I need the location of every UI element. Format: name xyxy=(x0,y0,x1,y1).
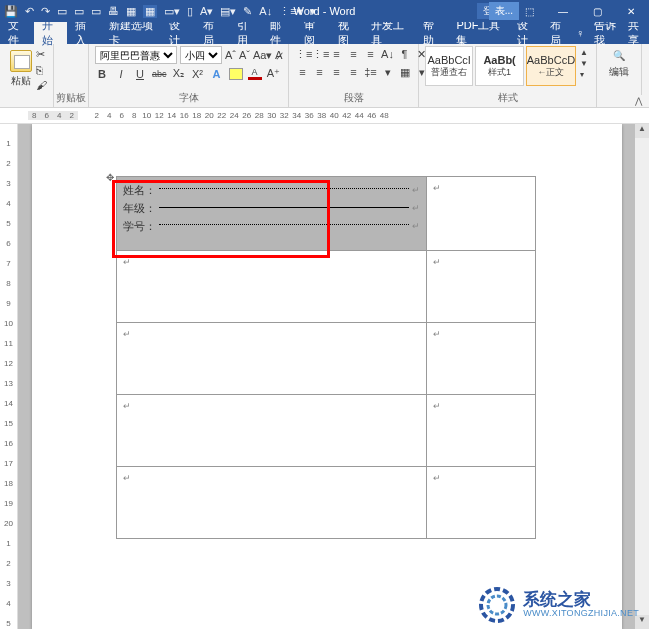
table-cell[interactable]: 姓名：↵ 年级：↵ 学号：↵ xyxy=(116,177,426,251)
paste-button[interactable]: 粘贴 xyxy=(6,46,36,105)
new-icon[interactable]: ▭ xyxy=(57,6,67,17)
find-icon[interactable]: 🔍 xyxy=(613,50,625,61)
bullets-icon[interactable]: ⋮≡ xyxy=(295,46,310,62)
page-area[interactable]: ✥ 姓名：↵ 年级：↵ 学号：↵ ↵ ↵↵ ↵↵ ↵↵ ↵↵ xyxy=(18,124,635,629)
ribbon-options-icon[interactable]: ⬚ xyxy=(515,6,543,17)
maximize-icon[interactable]: ▢ xyxy=(583,6,611,17)
borders-icon[interactable]: ▦ xyxy=(397,64,412,80)
input-line xyxy=(159,207,409,208)
tab-mailings[interactable]: 邮件 xyxy=(262,22,296,44)
a3-icon[interactable]: ✎ xyxy=(243,6,252,17)
clear-format-icon[interactable]: A̷ xyxy=(275,49,283,62)
close-icon[interactable]: ✕ xyxy=(617,6,645,17)
style-item-1[interactable]: AaBbCcI 普通查右 xyxy=(425,46,473,86)
text-effects-icon[interactable]: A xyxy=(210,68,224,80)
tab-file[interactable]: 文件 xyxy=(0,22,34,44)
tell-me-icon[interactable]: ♀ xyxy=(576,27,584,39)
sort-icon[interactable]: A↓ xyxy=(380,46,395,62)
tab-insert[interactable]: 插入 xyxy=(67,22,101,44)
a2-icon[interactable]: ▤▾ xyxy=(220,6,236,17)
paragraph-label: 段落 xyxy=(295,91,412,105)
align-center-icon[interactable]: ≡ xyxy=(312,64,327,80)
tab-table-layout[interactable]: 布局 xyxy=(542,22,576,44)
cut-icon[interactable]: ✂ xyxy=(36,48,47,61)
input-dots xyxy=(159,188,409,189)
table-cell[interactable]: ↵ xyxy=(426,395,535,467)
format-painter-icon[interactable]: 🖌 xyxy=(36,79,47,91)
justify-icon[interactable]: ≡ xyxy=(346,64,361,80)
m1-icon[interactable]: ▭▾ xyxy=(164,6,180,17)
highlight-icon[interactable] xyxy=(229,68,243,80)
scroll-up-icon[interactable]: ▲ xyxy=(635,124,649,138)
change-case-icon[interactable]: Aa▾ xyxy=(253,49,272,62)
show-marks-icon[interactable]: ¶ xyxy=(397,46,412,62)
tab-pdf[interactable]: PDF工具集 xyxy=(448,22,508,44)
preview-icon[interactable]: ▦ xyxy=(126,6,136,17)
tab-view[interactable]: 视图 xyxy=(330,22,364,44)
grow-font-icon[interactable]: Aˆ xyxy=(225,49,236,62)
tab-table-design[interactable]: 设计 xyxy=(509,22,543,44)
align-left-icon[interactable]: ≡ xyxy=(295,64,310,80)
table-cell[interactable]: ↵ xyxy=(426,467,535,539)
table-tools-tab[interactable]: 表... xyxy=(489,2,519,20)
style-item-3[interactable]: AaBbCcD ←正文 xyxy=(526,46,576,86)
save-icon[interactable]: 💾 xyxy=(4,6,18,17)
horizontal-ruler[interactable]: 8642246810121416182022242628303234363840… xyxy=(0,108,649,124)
vertical-ruler[interactable]: 1234567891011121314151617181920123456789… xyxy=(0,124,18,629)
table-anchor-icon[interactable]: ✥ xyxy=(106,172,114,183)
table-cell[interactable]: ↵ xyxy=(426,251,535,323)
collapse-ribbon-icon[interactable]: ⋀ xyxy=(632,95,645,107)
open-icon[interactable]: ▭ xyxy=(74,6,84,17)
redo-icon[interactable]: ↷ xyxy=(41,6,50,17)
styles-up-icon[interactable]: ▲ xyxy=(580,48,588,57)
a1-icon[interactable]: A▾ xyxy=(200,6,213,17)
subscript-button[interactable]: X₂ xyxy=(172,67,186,80)
table-cell[interactable]: ↵ xyxy=(426,323,535,395)
style-item-2[interactable]: AaBb( 样式1 xyxy=(475,46,523,86)
underline-button[interactable]: U xyxy=(133,68,147,80)
superscript-button[interactable]: X² xyxy=(191,68,205,80)
table-cell[interactable]: ↵ xyxy=(116,323,426,395)
clipboard-label: 剪贴板 xyxy=(56,91,86,105)
styles-down-icon[interactable]: ▼ xyxy=(580,59,588,68)
undo-icon[interactable]: ↶ xyxy=(25,6,34,17)
tab-home[interactable]: 开始 xyxy=(34,22,68,44)
tab-layout[interactable]: 布局 xyxy=(195,22,229,44)
watermark-name: 系统之家 xyxy=(523,591,639,610)
numbering-icon[interactable]: ⋮≡ xyxy=(312,46,327,62)
phonetic-icon[interactable]: A⁺ xyxy=(267,67,281,80)
font-family-select[interactable]: 阿里巴巴普惠 xyxy=(95,46,177,64)
line-spacing-icon[interactable]: ‡≡ xyxy=(363,64,378,80)
font-color-icon[interactable]: A xyxy=(248,68,262,80)
strike-button[interactable]: abc xyxy=(152,69,167,79)
ruler-icon[interactable]: A↓ xyxy=(259,6,272,17)
mode-icon[interactable]: ▦ xyxy=(143,5,157,18)
vertical-scrollbar[interactable]: ▲ ▼ xyxy=(635,124,649,629)
font-size-select[interactable]: 小四 xyxy=(180,46,222,64)
shrink-font-icon[interactable]: Aˇ xyxy=(239,49,250,62)
multilevel-icon[interactable]: ≡ xyxy=(329,46,344,62)
styles-more-icon[interactable]: ▾ xyxy=(580,70,588,79)
table-cell[interactable]: ↵ xyxy=(426,177,535,251)
print-icon[interactable]: 🖶 xyxy=(108,6,119,17)
copy-icon[interactable]: ⎘ xyxy=(36,64,47,76)
doc-icon[interactable]: ▭ xyxy=(91,6,101,17)
m2-icon[interactable]: ▯ xyxy=(187,6,193,17)
tab-custom[interactable]: 新建选项卡 xyxy=(101,22,161,44)
italic-button[interactable]: I xyxy=(114,68,128,80)
inc-indent-icon[interactable]: ≡ xyxy=(363,46,378,62)
tab-review[interactable]: 审阅 xyxy=(296,22,330,44)
dec-indent-icon[interactable]: ≡ xyxy=(346,46,361,62)
shading-icon[interactable]: ▾ xyxy=(380,64,395,80)
tab-references[interactable]: 引用 xyxy=(229,22,263,44)
table-cell[interactable]: ↵ xyxy=(116,395,426,467)
align-right-icon[interactable]: ≡ xyxy=(329,64,344,80)
table-cell[interactable]: ↵ xyxy=(116,467,426,539)
table-cell[interactable]: ↵ xyxy=(116,251,426,323)
document-table[interactable]: 姓名：↵ 年级：↵ 学号：↵ ↵ ↵↵ ↵↵ ↵↵ ↵↵ xyxy=(116,176,536,539)
tab-design[interactable]: 设计 xyxy=(161,22,195,44)
minimize-icon[interactable]: — xyxy=(549,6,577,17)
tab-developer[interactable]: 开发工具 xyxy=(363,22,414,44)
tab-help[interactable]: 帮助 xyxy=(415,22,449,44)
bold-button[interactable]: B xyxy=(95,68,109,80)
